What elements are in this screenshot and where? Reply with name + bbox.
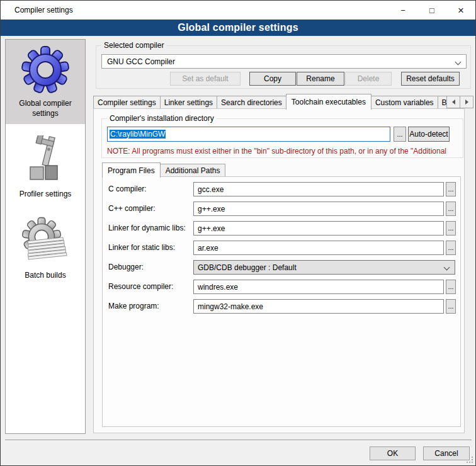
debugger-dropdown[interactable]: GDB/CDB debugger : Default — [193, 260, 455, 275]
cpp-compiler-browse-button[interactable]: ... — [446, 202, 456, 216]
static-linker-input[interactable]: ar.exe — [193, 241, 444, 255]
rename-button[interactable]: Rename — [297, 72, 344, 86]
selected-compiler-dropdown[interactable]: GNU GCC Compiler — [101, 54, 467, 69]
dynamic-linker-input[interactable]: g++.exe — [193, 221, 444, 236]
resize-grip-icon[interactable] — [466, 456, 473, 463]
program-tabstrip: Program Files Additional Paths — [102, 162, 225, 176]
compiler-settings-dialog: Compiler settings − □ × Global compiler … — [0, 0, 476, 466]
copy-button[interactable]: Copy — [249, 72, 296, 86]
tab-toolchain-executables[interactable]: Toolchain executables — [286, 94, 371, 110]
c-compiler-label: C compiler: — [108, 182, 147, 196]
make-program-input[interactable]: mingw32-make.exe — [193, 299, 444, 314]
sidebar-item-label: Batch builds — [7, 271, 84, 281]
minimize-icon: − — [400, 6, 405, 14]
form-row-resource-compiler: Resource compiler: windres.exe ... — [103, 280, 460, 294]
sidebar-item-batch-builds[interactable]: Batch builds — [6, 212, 85, 287]
dynamic-linker-browse-button[interactable]: ... — [446, 221, 456, 236]
maximize-icon: □ — [429, 6, 434, 14]
tab-search-directories[interactable]: Search directories — [217, 96, 286, 108]
main-area: Selected compiler GNU GCC Compiler Set a… — [92, 36, 473, 465]
sidebar-item-profiler-settings[interactable]: Profiler settings — [6, 130, 85, 205]
dynamic-linker-label: Linker for dynamic libs: — [108, 221, 186, 236]
resource-compiler-label: Resource compiler: — [108, 280, 173, 294]
tab-scroll-right-button[interactable] — [460, 96, 473, 108]
maximize-button[interactable]: □ — [417, 1, 446, 20]
make-program-label: Make program: — [108, 299, 159, 314]
auto-detect-button[interactable]: Auto-detect — [408, 127, 450, 142]
selected-compiler-value: GNU GCC Compiler — [107, 57, 175, 66]
toolchain-executables-page: Compiler's installation directory C:\ray… — [93, 108, 465, 433]
scroll-right-icon — [465, 99, 468, 105]
close-icon: × — [458, 5, 464, 16]
tab-additional-paths[interactable]: Additional Paths — [160, 164, 226, 176]
tab-compiler-settings[interactable]: Compiler settings — [93, 96, 161, 108]
c-compiler-browse-button[interactable]: ... — [446, 182, 456, 196]
close-button[interactable]: × — [446, 1, 475, 20]
tab-scroll-buttons — [446, 96, 473, 108]
form-row-c-compiler: C compiler: gcc.exe ... — [103, 182, 460, 196]
static-linker-value: ar.exe — [198, 244, 218, 253]
debugger-value: GDB/CDB debugger : Default — [198, 263, 297, 272]
program-files-page: C compiler: gcc.exe ... C++ compiler: g+… — [102, 176, 461, 427]
tab-program-files[interactable]: Program Files — [102, 162, 161, 178]
resource-compiler-value: windres.exe — [198, 283, 238, 292]
c-compiler-input[interactable]: gcc.exe — [193, 182, 444, 196]
make-program-value: mingw32-make.exe — [198, 302, 263, 311]
gray-gear-stack-icon — [7, 215, 84, 268]
caliper-icon — [7, 134, 84, 187]
resource-compiler-input[interactable]: windres.exe — [193, 280, 444, 294]
tab-scroll-left-button[interactable] — [446, 96, 460, 108]
footer-divider — [5, 440, 472, 440]
form-row-static-linker: Linker for static libs: ar.exe ... — [103, 241, 460, 255]
form-row-debugger: Debugger: GDB/CDB debugger : Default — [103, 260, 460, 275]
selected-compiler-group-label: Selected compiler — [101, 41, 166, 50]
cpp-compiler-input[interactable]: g++.exe — [193, 202, 444, 216]
title-bar: Compiler settings − □ × — [1, 1, 475, 20]
dynamic-linker-value: g++.exe — [198, 224, 225, 233]
form-row-make-program: Make program: mingw32-make.exe ... — [103, 299, 460, 314]
installation-note: NOTE: All programs must exist either in … — [107, 147, 462, 156]
static-linker-browse-button[interactable]: ... — [446, 241, 456, 255]
set-as-default-button[interactable]: Set as default — [170, 72, 241, 86]
debugger-label: Debugger: — [108, 260, 144, 275]
browse-directory-button[interactable]: ... — [394, 127, 406, 142]
form-row-cpp-compiler: C++ compiler: g++.exe ... — [103, 202, 460, 216]
chevron-down-icon — [444, 264, 450, 271]
reset-defaults-button[interactable]: Reset defaults — [401, 72, 460, 86]
installation-directory-group-label: Compiler's installation directory — [107, 114, 217, 123]
settings-category-list: Global compiler settings — [5, 39, 86, 434]
cancel-button[interactable]: Cancel — [423, 446, 470, 460]
dialog-header: Global compiler settings — [1, 20, 475, 36]
installation-directory-value: C:\raylib\MinGW — [110, 130, 166, 139]
delete-button[interactable]: Delete — [345, 72, 392, 86]
sidebar-item-label: Profiler settings — [7, 190, 84, 200]
sidebar-item-label: Global compiler settings — [7, 99, 84, 118]
static-linker-label: Linker for static libs: — [108, 241, 175, 255]
blue-gear-icon — [7, 43, 84, 96]
c-compiler-value: gcc.exe — [198, 185, 224, 194]
selected-compiler-group: Selected compiler GNU GCC Compiler Set a… — [96, 45, 471, 89]
installation-directory-input[interactable]: C:\raylib\MinGW — [107, 127, 390, 142]
window-title: Compiler settings — [1, 6, 388, 14]
tab-custom-variables[interactable]: Custom variables — [371, 96, 438, 108]
minimize-button[interactable]: − — [388, 1, 417, 20]
scroll-left-icon — [452, 99, 455, 105]
resource-compiler-browse-button[interactable]: ... — [446, 280, 456, 294]
tab-linker-settings[interactable]: Linker settings — [160, 96, 217, 108]
cpp-compiler-value: g++.exe — [198, 205, 225, 213]
make-program-browse-button[interactable]: ... — [446, 299, 456, 314]
chevron-down-icon — [455, 59, 462, 65]
cpp-compiler-label: C++ compiler: — [108, 202, 156, 216]
ok-button[interactable]: OK — [370, 446, 416, 460]
sidebar-item-global-compiler-settings[interactable]: Global compiler settings — [6, 40, 85, 124]
settings-tabstrip: Compiler settings Linker settings Search… — [93, 94, 463, 108]
form-row-dynamic-linker: Linker for dynamic libs: g++.exe ... — [103, 221, 460, 236]
installation-directory-group: Compiler's installation directory C:\ray… — [101, 118, 463, 158]
dialog-body: Global compiler settings — [1, 36, 475, 465]
